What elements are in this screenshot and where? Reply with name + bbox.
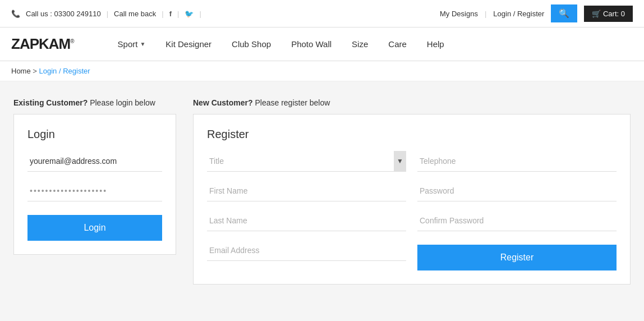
topbar-left: 📞 Call us : 03300 249110 | Call me back …: [11, 10, 201, 18]
callback-link[interactable]: Call me back: [114, 10, 156, 18]
password-input[interactable]: [417, 181, 617, 201]
register-left-col: Title Mr Mrs Miss Ms Dr ▼: [207, 151, 406, 270]
login-password-input[interactable]: [27, 181, 162, 201]
facebook-icon[interactable]: f: [169, 10, 172, 18]
title-select[interactable]: Title Mr Mrs Miss Ms Dr: [207, 151, 394, 171]
login-box: Login Login: [13, 114, 176, 255]
divider5: |: [485, 10, 486, 18]
divider4: |: [199, 10, 201, 18]
register-grid: Title Mr Mrs Miss Ms Dr ▼: [207, 151, 617, 270]
nav-kit-designer[interactable]: Kit Designer: [155, 29, 222, 59]
title-select-wrapper: Title Mr Mrs Miss Ms Dr ▼: [207, 151, 406, 172]
login-label-text: Please login below: [90, 98, 155, 107]
register-box: Register Title Mr Mrs Miss Ms Dr: [193, 114, 631, 285]
confirm-password-input[interactable]: [417, 210, 617, 231]
first-name-input[interactable]: [207, 181, 406, 201]
nav-size[interactable]: Size: [342, 29, 378, 59]
my-designs-link[interactable]: My Designs: [440, 10, 478, 18]
logo-reg: ®: [70, 38, 73, 44]
cart-label: Cart: 0: [603, 10, 625, 18]
nav-items: Sport ▼ Kit Designer Club Shop Photo Wal…: [108, 29, 454, 59]
sections-row: Existing Customer? Please login below Lo…: [13, 98, 631, 285]
main-content: Existing Customer? Please login below Lo…: [0, 81, 644, 321]
divider2: |: [162, 10, 163, 18]
register-right-col: Register: [417, 151, 617, 270]
nav-help-label: Help: [427, 39, 444, 49]
breadcrumb: Home > Login / Register: [0, 61, 644, 81]
login-title: Login: [27, 128, 162, 141]
nav-club-shop[interactable]: Club Shop: [222, 29, 281, 59]
register-section-label: New Customer? Please register below: [193, 98, 631, 107]
logo-text: ZAPKAM: [11, 35, 70, 52]
nav-care-label: Care: [388, 39, 407, 49]
divider1: |: [107, 10, 108, 18]
nav-size-label: Size: [352, 39, 368, 49]
register-title: Register: [207, 128, 617, 141]
register-button[interactable]: Register: [417, 245, 617, 270]
topbar-right: My Designs | Login / Register 🔍 🛒 Cart: …: [440, 4, 633, 22]
divider3: |: [177, 10, 179, 18]
login-email-input[interactable]: [27, 151, 162, 172]
nav-club-shop-label: Club Shop: [232, 39, 271, 49]
nav-sport-arrow: ▼: [140, 41, 145, 47]
login-section: Existing Customer? Please login below Lo…: [13, 98, 176, 285]
breadcrumb-separator: >: [33, 67, 39, 75]
cart-button[interactable]: 🛒 Cart: 0: [584, 6, 633, 22]
nav-help[interactable]: Help: [417, 29, 454, 59]
register-label-text: Please register below: [255, 98, 330, 107]
nav-photo-wall[interactable]: Photo Wall: [281, 29, 342, 59]
select-arrow-icon: ▼: [394, 151, 406, 171]
logo[interactable]: ZAPKAM®: [11, 27, 74, 61]
nav-kit-designer-label: Kit Designer: [165, 39, 211, 49]
navbar: ZAPKAM® Sport ▼ Kit Designer Club Shop P…: [0, 27, 644, 61]
last-name-input[interactable]: [207, 210, 406, 231]
twitter-icon[interactable]: 🐦: [185, 10, 194, 18]
register-label-bold: New Customer?: [193, 98, 253, 107]
phone-icon: 📞: [11, 10, 20, 18]
login-section-label: Existing Customer? Please login below: [13, 98, 176, 107]
telephone-input[interactable]: [417, 151, 617, 172]
topbar: 📞 Call us : 03300 249110 | Call me back …: [0, 0, 644, 27]
email-input[interactable]: [207, 240, 406, 261]
login-register-link[interactable]: Login / Register: [493, 10, 544, 18]
nav-sport-label: Sport: [118, 39, 138, 49]
search-button[interactable]: 🔍: [551, 4, 577, 22]
nav-sport[interactable]: Sport ▼: [108, 29, 156, 59]
breadcrumb-current[interactable]: Login / Register: [39, 67, 90, 75]
breadcrumb-home[interactable]: Home: [11, 67, 31, 75]
login-label-bold: Existing Customer?: [13, 98, 88, 107]
login-button[interactable]: Login: [27, 215, 162, 241]
phone-label: Call us : 03300 249110: [26, 10, 101, 18]
nav-photo-wall-label: Photo Wall: [291, 39, 332, 49]
nav-care[interactable]: Care: [378, 29, 417, 59]
register-section: New Customer? Please register below Regi…: [193, 98, 631, 285]
